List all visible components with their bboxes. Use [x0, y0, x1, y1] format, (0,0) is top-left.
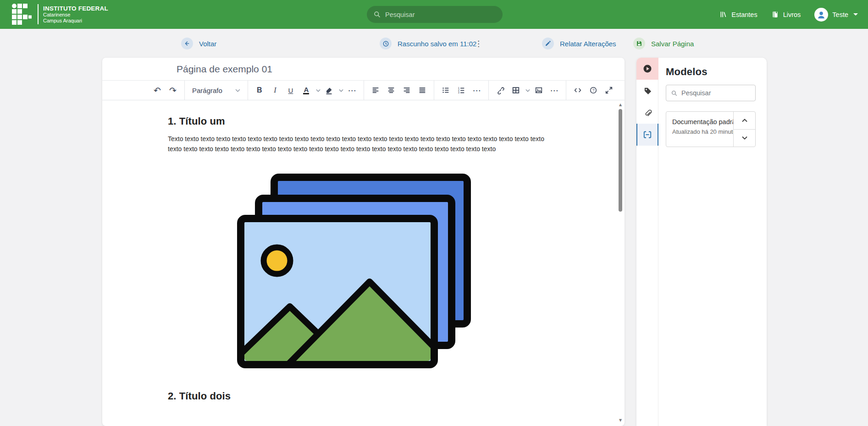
brand-text: INSTITUTO FEDERAL Catarinense Campus Ara… — [43, 5, 108, 24]
align-justify-icon[interactable] — [415, 83, 429, 98]
user-menu[interactable]: Teste — [814, 8, 858, 22]
if-logo-icon — [12, 4, 33, 25]
report-changes-button[interactable]: Relatar Alterações — [542, 38, 616, 49]
back-button[interactable]: Voltar — [181, 38, 216, 49]
content-image[interactable] — [237, 174, 471, 368]
format-select[interactable]: Parágrafo — [189, 83, 243, 98]
svg-text:?: ? — [592, 88, 595, 93]
help-icon[interactable]: ? — [586, 83, 600, 98]
page-editor: ↶ ↷ Parágrafo B I U A — [102, 58, 625, 426]
header-nav: Estantes Livros Teste — [719, 0, 858, 29]
brand-logo[interactable]: INSTITUTO FEDERAL Catarinense Campus Ara… — [12, 4, 108, 25]
play-icon — [643, 64, 652, 73]
svg-text:3: 3 — [458, 91, 459, 94]
brand-divider — [38, 4, 39, 24]
brand-region: Catarinense — [43, 12, 108, 18]
chevron-down-icon — [853, 13, 858, 16]
template-list-item: Documentação padrão Atualizado há 20 min… — [666, 111, 756, 147]
text-color-label: A — [303, 86, 309, 94]
search-input[interactable] — [385, 11, 496, 18]
table-icon[interactable] — [509, 83, 523, 98]
sidebar-tab-strip — [636, 58, 658, 426]
page-title-input[interactable] — [102, 64, 625, 75]
pencil-icon — [542, 38, 554, 49]
link-icon[interactable] — [493, 83, 507, 98]
sidebar-tab-attachments[interactable] — [636, 102, 658, 124]
draft-options-kebab-icon[interactable]: ⋮ — [475, 38, 482, 49]
insert-below-button[interactable] — [734, 129, 755, 147]
chevron-down-icon[interactable] — [339, 89, 343, 92]
template-search[interactable] — [666, 85, 756, 101]
align-right-icon[interactable] — [400, 83, 414, 98]
brand-name: INSTITUTO FEDERAL — [43, 5, 108, 12]
template-search-input[interactable] — [681, 89, 767, 97]
align-center-icon[interactable] — [384, 83, 398, 98]
content-heading-2: 2. Título dois — [168, 390, 625, 402]
undo-icon[interactable]: ↶ — [150, 83, 164, 98]
sidebar-tab-play[interactable] — [636, 58, 658, 80]
editor-sidebar: Modelos Documentação padrão Atualizado h… — [636, 58, 767, 426]
template-info[interactable]: Documentação padrão Atualizado há 20 min… — [666, 112, 733, 147]
draft-status-label: Rascunho salvo em 11:02 — [398, 40, 476, 48]
app-header: INSTITUTO FEDERAL Catarinense Campus Ara… — [0, 0, 868, 29]
template-icon — [643, 130, 652, 139]
template-name: Documentação padrão — [672, 118, 733, 126]
underline-button[interactable]: U — [284, 83, 298, 98]
template-insert-controls — [733, 112, 755, 147]
editor-scrollbar[interactable]: ▲ ▼ — [618, 102, 623, 424]
chevron-down-icon[interactable] — [525, 89, 530, 92]
bold-button[interactable]: B — [253, 83, 266, 98]
fullscreen-icon[interactable] — [602, 83, 616, 98]
template-updated: Atualizado há 20 minutos — [672, 128, 733, 135]
chevron-down-icon[interactable] — [316, 89, 321, 92]
align-left-icon[interactable] — [369, 83, 382, 98]
back-label: Voltar — [199, 40, 216, 48]
search-icon — [671, 90, 678, 97]
bookshelf-icon — [719, 11, 727, 18]
paperclip-icon — [643, 109, 652, 117]
scroll-up-icon[interactable]: ▲ — [618, 103, 623, 107]
clock-icon — [380, 38, 392, 49]
book-icon — [771, 11, 779, 18]
scroll-down-icon[interactable]: ▼ — [618, 418, 623, 422]
editor-toolbar: ↶ ↷ Parágrafo B I U A — [102, 81, 625, 100]
brand-campus: Campus Araquari — [43, 18, 108, 24]
panel-title: Modelos — [666, 66, 767, 78]
chevron-down-icon — [235, 89, 240, 92]
save-page-label: Salvar Página — [651, 40, 694, 48]
tag-icon — [643, 87, 652, 95]
numbered-list-icon[interactable]: 1 2 3 — [454, 83, 468, 98]
text-color-button[interactable]: A — [299, 83, 313, 98]
italic-button[interactable]: I — [268, 83, 282, 98]
bullet-list-icon[interactable] — [439, 83, 453, 98]
more-formats-icon[interactable]: ⋯ — [345, 83, 359, 98]
save-page-button[interactable]: Salvar Página — [633, 38, 694, 49]
avatar — [814, 8, 828, 22]
scrollbar-thumb[interactable] — [619, 109, 622, 212]
nav-shelves[interactable]: Estantes — [719, 11, 757, 18]
chevron-up-icon — [742, 119, 747, 122]
sidebar-tab-tags[interactable] — [636, 80, 658, 102]
content-paragraph: Texto texto texto texto texto texto text… — [168, 134, 548, 154]
insert-image-icon[interactable] — [532, 83, 546, 98]
arrow-left-icon — [181, 38, 193, 49]
nav-shelves-label: Estantes — [731, 11, 757, 18]
nav-books-label: Livros — [783, 11, 801, 18]
highlighter-button[interactable] — [322, 83, 336, 98]
global-search[interactable] — [367, 6, 503, 23]
editor-content[interactable]: 1. Título um Texto texto texto texto tex… — [102, 100, 625, 402]
draft-status-button[interactable]: Rascunho salvo em 11:02 — [380, 38, 476, 49]
more-inserts-icon[interactable]: ⋯ — [547, 83, 561, 98]
page-title-row — [102, 58, 625, 81]
format-select-label: Parágrafo — [192, 87, 222, 94]
save-icon — [633, 38, 645, 49]
sidebar-tab-templates[interactable] — [636, 124, 658, 146]
more-lists-icon[interactable]: ⋯ — [470, 83, 484, 98]
search-icon — [373, 11, 381, 18]
nav-books[interactable]: Livros — [771, 11, 801, 18]
chevron-down-icon — [742, 136, 747, 140]
code-icon[interactable] — [571, 83, 585, 98]
redo-icon[interactable]: ↷ — [166, 83, 180, 98]
insert-above-button[interactable] — [734, 112, 755, 129]
templates-panel: Modelos Documentação padrão Atualizado h… — [658, 58, 767, 426]
